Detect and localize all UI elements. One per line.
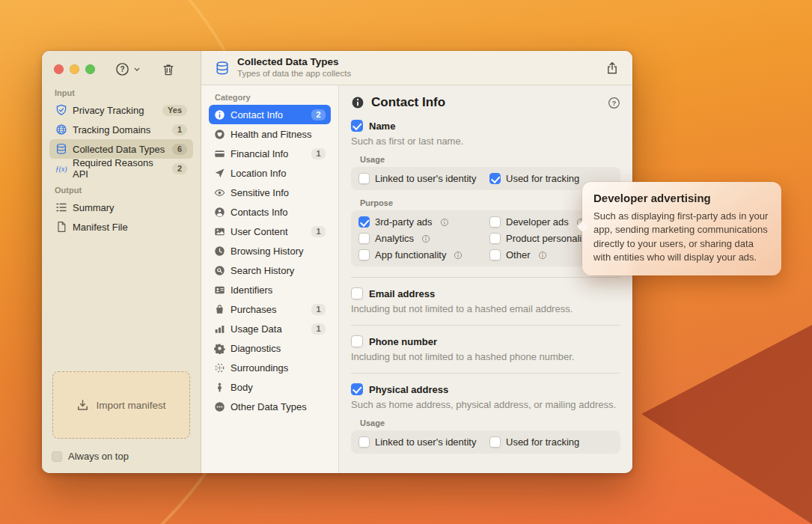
app-window: ? Input Privacy Tracking Yes Tracking Do… [42,51,632,473]
detail-fields: Name Such as first or last name. Usage L… [351,120,620,454]
physical-address-usage-label: Usage [360,418,620,427]
category-item-sensitive-info[interactable]: Sensitive Info [209,183,331,202]
shield-check-icon [55,104,67,116]
phone-number-checkbox[interactable] [351,335,363,347]
category-item-browsing-history[interactable]: Browsing History [209,241,331,261]
option-linked-to-user-s-identity: Linked to user's identity [358,171,489,186]
info-circle-icon [351,96,364,109]
field-name: Name Such as first or last name. Usage L… [351,120,620,266]
minimize-button[interactable] [70,64,79,74]
help-menu-button[interactable]: ? [115,62,141,76]
field-description: Including but not limited to a hashed em… [351,303,620,314]
option-label: Developer ads [506,216,569,228]
name-purpose-label: Purpose [360,198,620,207]
category-item-user-content[interactable]: User Content 1 [209,222,331,241]
heart-circle-icon [214,129,225,140]
traffic-lights [54,64,95,74]
bag-icon [214,304,225,315]
info-outline-icon [538,251,547,260]
svg-text:ƒ(x): ƒ(x) [55,165,67,174]
category-item-search-history[interactable]: Search History [209,261,331,280]
sidebar-item-badge: 1 [172,124,187,135]
category-item-label: Identifiers [231,284,272,296]
category-item-label: Health and Fitness [231,129,311,140]
import-manifest-label: Import manifest [96,400,165,411]
category-item-badge: 2 [311,109,326,121]
detail-panel: Contact Info ? Name Such as first or las… [339,85,632,473]
search-circle-icon [214,265,225,276]
field-label: Phone number [369,336,437,347]
product-personalization-checkbox[interactable] [489,233,501,244]
analytics-checkbox[interactable] [358,233,370,244]
linked-to-user-s-identity-checkbox[interactable] [358,173,370,184]
option-label: Used for tracking [506,173,579,184]
category-item-financial-info[interactable]: Financial Info 1 [209,144,331,163]
sidebar-item-privacy-tracking[interactable]: Privacy Tracking Yes [49,100,193,120]
category-item-label: Contacts Info [231,207,288,218]
option-label: Linked to user's identity [375,173,476,184]
app-functionality-checkbox[interactable] [358,249,370,261]
person-circle-icon [214,207,225,218]
category-item-health-and-fitness[interactable]: Health and Fitness [209,124,331,144]
category-item-purchases[interactable]: Purchases 1 [209,299,331,319]
delete-button[interactable] [162,63,175,76]
sidebar-item-required-reasons-api[interactable]: ƒ(x) Required Reasons API 2 [49,159,193,178]
divider [351,325,620,326]
zoom-button[interactable] [85,64,95,74]
sidebar-item-summary[interactable]: Summary [49,198,193,217]
physical-address-checkbox[interactable] [351,383,363,395]
svg-text:?: ? [120,65,124,73]
field-phone-number: Phone number Including but not limited t… [351,335,620,362]
email-address-checkbox[interactable] [351,287,363,299]
function-icon: ƒ(x) [55,162,67,174]
always-on-top-checkbox[interactable] [52,451,62,462]
linked-to-user-s-identity-checkbox[interactable] [358,436,370,448]
field-head: Physical address [351,383,620,395]
name-checkbox[interactable] [351,120,363,132]
category-item-contacts-info[interactable]: Contacts Info [209,202,331,222]
category-item-diagnostics[interactable]: Diagnostics [209,338,331,358]
category-item-contact-info[interactable]: Contact Info 2 [209,105,331,124]
field-description: Such as home address, physical address, … [351,399,620,410]
question-circle-icon[interactable]: ? [608,97,620,109]
developer-ads-checkbox[interactable] [489,216,501,228]
globe-icon [55,124,67,135]
category-item-label: Purchases [231,304,276,315]
database-icon [55,143,67,155]
category-item-label: Body [231,382,253,393]
category-item-usage-data[interactable]: Usage Data 1 [209,319,331,338]
sidebar-item-manifest-file[interactable]: Manifest File [49,217,193,237]
field-label: Name [369,121,395,132]
share-icon[interactable] [605,61,619,75]
import-manifest-button[interactable]: Import manifest [52,371,190,439]
category-item-other-data-types[interactable]: Other Data Types [209,397,331,416]
category-item-badge: 1 [311,148,326,159]
close-button[interactable] [54,64,64,74]
sidebar-item-tracking-domains[interactable]: Tracking Domains 1 [49,120,193,139]
tooltip-title: Developer advertising [593,192,770,204]
dotted-circle-icon [214,362,225,374]
document-icon [55,221,67,233]
category-item-badge: 1 [311,304,326,315]
used-for-tracking-checkbox[interactable] [489,436,501,448]
category-item-body[interactable]: Body [209,377,331,397]
sidebar-output-list: Summary Manifest File [42,198,201,237]
sidebar-item-badge: Yes [162,105,187,116]
other-checkbox[interactable] [489,249,501,261]
category-item-location-info[interactable]: Location Info [209,163,331,183]
always-on-top-label: Always on top [68,451,129,462]
info-outline-icon [454,251,463,260]
option-app-functionality: App functionality [358,248,489,262]
database-icon [215,61,230,76]
category-list: Contact Info 2 Health and Fitness Financ… [209,105,331,416]
3rd-party-ads-checkbox[interactable] [358,216,370,228]
sidebar-input-list: Privacy Tracking Yes Tracking Domains 1 … [42,100,201,178]
field-description: Including but not limited to a hashed ph… [351,351,620,362]
category-panel-label: Category [215,93,331,102]
category-item-identifiers[interactable]: Identifiers [209,280,331,299]
option-label: 3rd-party ads [375,216,433,228]
category-item-label: User Content [231,226,288,237]
sidebar-item-collected-data-types[interactable]: Collected Data Types 6 [49,139,193,159]
category-item-surroundings[interactable]: Surroundings [209,358,331,377]
used-for-tracking-checkbox[interactable] [489,173,501,184]
